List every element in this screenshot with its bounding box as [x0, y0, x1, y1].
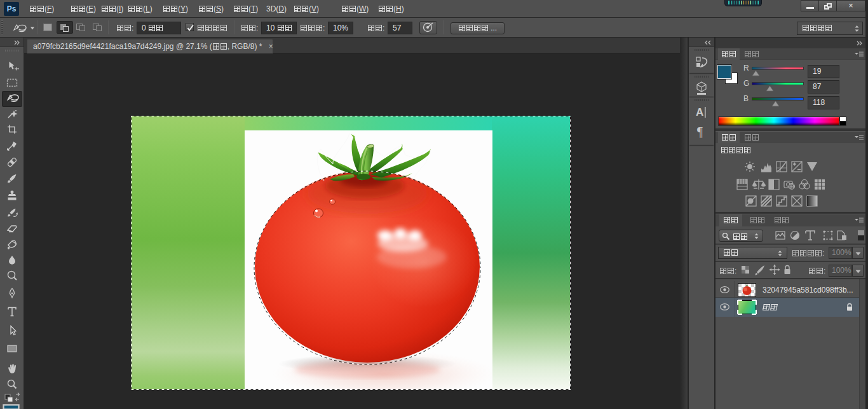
svg-text:¶: ¶ [697, 125, 703, 139]
svg-text:A: A [696, 106, 703, 118]
